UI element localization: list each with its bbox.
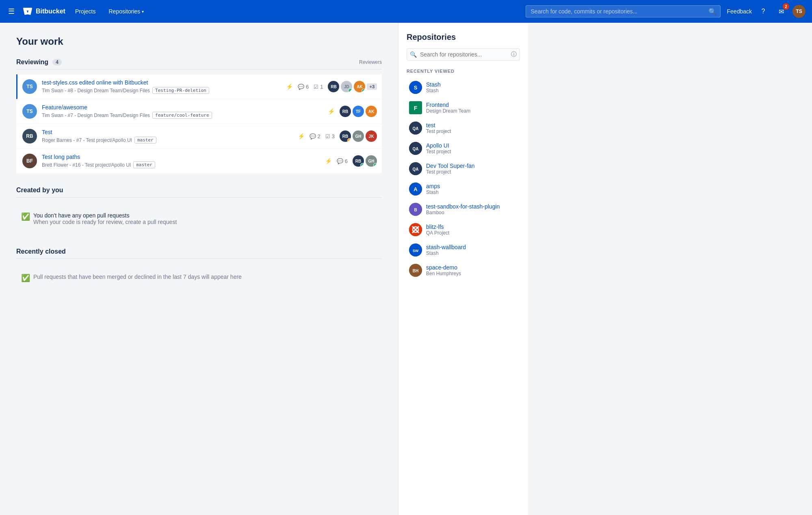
- created-header: Created by you: [16, 187, 382, 198]
- pr-item[interactable]: RB Test Roger Barnes - #7 - Test project…: [16, 124, 382, 149]
- reviewer-avatar: RB ✓: [353, 155, 364, 167]
- repo-project: Test project: [426, 169, 475, 175]
- reviewers-group: RB ✓ GH ✓: [353, 155, 377, 167]
- notifications-button[interactable]: ✉ 2: [775, 5, 788, 18]
- reviewers-label: Reviewers: [359, 59, 382, 65]
- notification-icon: ✉: [779, 8, 784, 15]
- reviewer-avatar: ✓ JD: [341, 81, 352, 92]
- reviewer-approved-icon: ✓: [348, 88, 352, 92]
- comments-count: 💬 6: [337, 158, 348, 164]
- bitbucket-logo-icon: [23, 7, 32, 16]
- diff-icon: ⚡: [325, 158, 332, 164]
- repo-item-amps[interactable]: A amps Stash: [407, 179, 520, 199]
- info-icon[interactable]: ⓘ: [511, 51, 517, 58]
- empty-row: ✅ You don't have any open pull requests …: [21, 212, 377, 225]
- pr-meta: Tim Swan - #7 - Design Dream Team/Design…: [42, 112, 323, 119]
- repo-name: Apollo UI: [426, 142, 451, 149]
- repo-item-frontend[interactable]: F Frontend Design Dream Team: [407, 98, 520, 117]
- diff-icon: ⚡: [328, 108, 335, 115]
- closed-header: Recently closed: [16, 248, 382, 259]
- repo-item-apollo-ui[interactable]: QA Apollo UI Test project: [407, 139, 520, 158]
- comment-icon: 💬: [310, 133, 316, 139]
- svg-text:SW: SW: [413, 249, 419, 253]
- repo-icon-dev-tool-super-fan: QA: [409, 162, 422, 175]
- recently-viewed-label: RECENTLY VIEWED: [407, 69, 520, 74]
- bitbucket-logo[interactable]: Bitbucket: [23, 7, 65, 16]
- repo-name: amps: [426, 183, 440, 189]
- pr-title-link[interactable]: Feature/awesome: [42, 104, 323, 111]
- search-input[interactable]: [526, 5, 721, 17]
- pr-meta: Roger Barnes - #7 - Test project/Apollo …: [42, 137, 293, 143]
- svg-text:QA: QA: [413, 167, 419, 172]
- task-icon: ☑: [325, 133, 330, 139]
- pr-stats: ⚡: [328, 108, 335, 115]
- pr-title-link[interactable]: test-styles.css edited online with Bitbu…: [42, 79, 281, 86]
- user-avatar[interactable]: TS: [793, 5, 806, 18]
- comment-icon: 💬: [337, 158, 343, 164]
- empty-primary-text: You don't have any open pull requests: [33, 212, 177, 219]
- repo-project: Bamboo: [426, 210, 500, 215]
- repo-item-test[interactable]: QA test Test project: [407, 118, 520, 138]
- navbar: ☰ Bitbucket Projects Repositories ▾ 🔍 Fe…: [0, 0, 812, 23]
- pr-branch-tag: master: [133, 161, 155, 168]
- repo-info: Dev Tool Super-fan Test project: [426, 163, 475, 175]
- pr-body: Test long paths Brett Flower - #16 - Tes…: [42, 154, 320, 168]
- reviewer-avatar: JK: [366, 130, 377, 142]
- repo-item-dev-tool-super-fan[interactable]: QA Dev Tool Super-fan Test project: [407, 159, 520, 178]
- repo-info: amps Stash: [426, 183, 440, 195]
- closed-section: Recently closed ✅ Pull requests that hav…: [16, 248, 382, 292]
- feedback-button[interactable]: Feedback: [727, 8, 752, 15]
- svg-text:S: S: [414, 85, 418, 91]
- repositories-sidebar: Repositories 🔍 ⓘ RECENTLY VIEWED S Stash…: [398, 23, 528, 515]
- comments-count: 💬 6: [298, 84, 309, 90]
- pr-branch-tag: Testing-PR-deletion: [152, 87, 209, 94]
- repo-icon-stash: S: [409, 81, 422, 94]
- svg-text:QA: QA: [413, 147, 419, 151]
- repo-project: Ben Humphreys: [426, 271, 461, 276]
- projects-link[interactable]: Projects: [72, 7, 99, 16]
- reviewer-avatar: AK: [366, 106, 377, 117]
- pr-title-link[interactable]: Test long paths: [42, 154, 320, 160]
- pr-item[interactable]: TS test-styles.css edited online with Bi…: [16, 74, 382, 99]
- pr-meta: Tim Swan - #8 - Design Dream Team/Design…: [42, 87, 281, 94]
- repo-project: Stash: [426, 250, 466, 256]
- repositories-dropdown[interactable]: Repositories ▾: [105, 7, 147, 16]
- repo-project: QA Project: [426, 230, 449, 236]
- pr-body: Test Roger Barnes - #7 - Test project/Ap…: [42, 129, 293, 143]
- pr-item[interactable]: BF Test long paths Brett Flower - #16 - …: [16, 149, 382, 174]
- reviewer-avatar: ✓ AK: [354, 81, 365, 92]
- repo-item-stash-wallboard[interactable]: SW stash-wallboard Stash: [407, 240, 520, 260]
- empty-row: ✅ Pull requests that have been merged or…: [21, 274, 377, 282]
- repo-project: Design Dream Team: [426, 108, 470, 114]
- help-button[interactable]: ?: [757, 5, 770, 18]
- closed-title: Recently closed: [16, 248, 66, 255]
- repo-icon-test-sandbox: B: [409, 203, 422, 216]
- repo-icon-space-demo: BH: [409, 264, 422, 277]
- closed-empty: ✅ Pull requests that have been merged or…: [16, 264, 382, 292]
- repo-info: Stash Stash: [426, 81, 441, 93]
- pr-body: Feature/awesome Tim Swan - #7 - Design D…: [42, 104, 323, 119]
- repo-info: Frontend Design Dream Team: [426, 102, 470, 114]
- repo-name: space-demo: [426, 264, 461, 271]
- repo-item-blitz-lfs[interactable]: blitz-lfs QA Project: [407, 220, 520, 239]
- repo-search-input[interactable]: [407, 48, 520, 61]
- pr-title-link[interactable]: Test: [42, 129, 293, 135]
- main-content: Your work Reviewing 4 Reviewers TS test-…: [0, 23, 398, 515]
- repo-name: Stash: [426, 81, 441, 88]
- repo-item-stash[interactable]: S Stash Stash: [407, 78, 520, 97]
- svg-text:BH: BH: [413, 269, 418, 273]
- repo-item-test-sandbox[interactable]: B test-sandbox-for-stash-plugin Bamboo: [407, 200, 520, 219]
- pr-meta: Brett Flower - #16 - Test project/Apollo…: [42, 161, 320, 168]
- repo-icon-blitz-lfs: [409, 223, 422, 236]
- empty-secondary-text: When your code is ready for review, crea…: [33, 219, 177, 225]
- pr-branch-tag: master: [134, 137, 156, 143]
- repo-item-space-demo[interactable]: BH space-demo Ben Humphreys: [407, 261, 520, 280]
- svg-text:A: A: [414, 186, 418, 192]
- reviewer-avatar: RB: [340, 106, 351, 117]
- tasks-count: ☑ 1: [314, 84, 323, 90]
- repo-project: Test project: [426, 149, 451, 154]
- pr-item[interactable]: TS Feature/awesome Tim Swan - #7 - Desig…: [16, 99, 382, 124]
- sidebar-search: 🔍 ⓘ: [407, 48, 520, 61]
- menu-button[interactable]: ☰: [6, 5, 16, 17]
- repo-icon-stash-wallboard: SW: [409, 243, 422, 256]
